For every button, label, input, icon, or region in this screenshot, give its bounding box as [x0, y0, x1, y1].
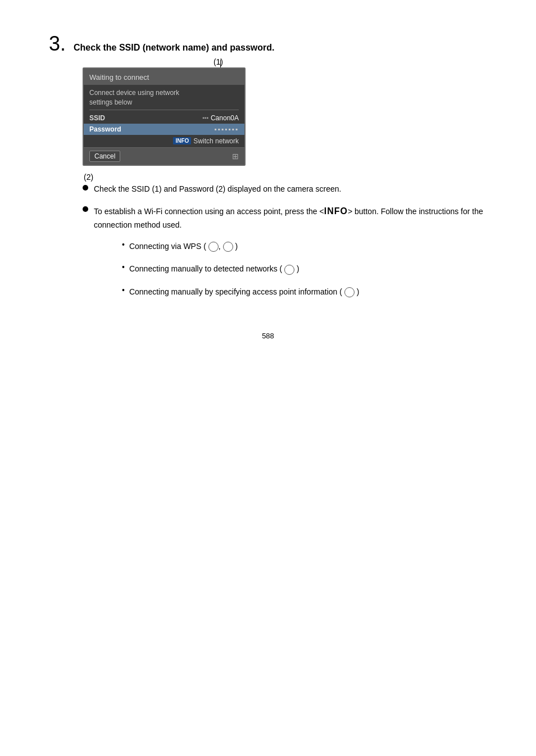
book-icon-3 [284, 265, 294, 275]
connect-text: Connect device using network settings be… [89, 88, 239, 107]
waiting-text: Waiting to connect [89, 73, 149, 82]
camera-screen: Waiting to connect Connect device using … [83, 67, 246, 166]
screen-header: Waiting to connect [84, 69, 244, 85]
bullet-item-2: To establish a Wi-Fi connection using an… [83, 204, 487, 231]
sub-bullet-dot-3: • [122, 286, 125, 295]
bullet-dot-2 [83, 206, 88, 212]
bullet-text-2: To establish a Wi-Fi connection using an… [94, 204, 487, 231]
ssid-name: Canon0A [211, 114, 239, 122]
screen-divider [89, 110, 239, 110]
sub-bullets: • Connecting via WPS ( , ) • Connecting … [122, 240, 487, 298]
sub-bullet-text-3: Connecting manually by specifying access… [129, 286, 359, 298]
ssid-value: ▪▪▪ Canon0A [202, 114, 239, 122]
page-number: 588 [49, 332, 487, 351]
step-header: 3. Check the SSID (network name) and pas… [49, 34, 487, 54]
content-section: Check the SSID (1) and Password (2) disp… [83, 183, 487, 298]
step-number: 3. [49, 34, 66, 54]
step-title: Check the SSID (network name) and passwo… [74, 43, 274, 53]
sub-bullet-text-2: Connecting manually to detected networks… [129, 262, 299, 275]
password-value: ▪▪▪▪▪▪▪ [214, 125, 239, 133]
callout-2: (2) [84, 173, 93, 182]
callout-line [220, 60, 221, 67]
screen-body: Connect device using network settings be… [84, 85, 244, 147]
sub-bullet-item-1: • Connecting via WPS ( , ) [122, 240, 487, 252]
sub-bullet-item-2: • Connecting manually to detected networ… [122, 262, 487, 275]
bullet-text-1: Check the SSID (1) and Password (2) disp… [94, 183, 341, 195]
bullet-item-1: Check the SSID (1) and Password (2) disp… [83, 183, 487, 195]
switch-network-text: Switch network [193, 137, 239, 145]
info-inline-text: INFO [324, 206, 348, 216]
info-row: INFO Switch network [89, 135, 239, 147]
info-badge: INFO [173, 137, 191, 144]
ssid-label: SSID [89, 114, 105, 122]
page: 3. Check the SSID (network name) and pas… [26, 0, 510, 374]
book-icon-2 [223, 242, 233, 252]
callout-1: (1) [214, 57, 223, 66]
sub-bullet-dot-1: • [122, 240, 125, 249]
wifi-icon: ▪▪▪ [202, 115, 208, 121]
password-label: Password [89, 125, 121, 133]
ssid-row: SSID ▪▪▪ Canon0A [89, 112, 239, 124]
sub-bullet-dot-2: • [122, 262, 125, 271]
sub-bullet-text-1: Connecting via WPS ( , ) [129, 240, 238, 252]
connect-line2: settings below [89, 98, 132, 106]
book-icon-4 [344, 287, 355, 297]
connect-line1: Connect device using network [89, 89, 179, 97]
cancel-button[interactable]: Cancel [89, 151, 120, 162]
sub-bullet-item-3: • Connecting manually by specifying acce… [122, 286, 487, 298]
book-icon-1 [208, 242, 219, 252]
screen-footer: Cancel ⊞ [84, 147, 244, 165]
bullet-dot-1 [83, 185, 88, 191]
nav-icon: ⊞ [232, 152, 239, 161]
password-row: Password ▪▪▪▪▪▪▪ [84, 124, 244, 135]
camera-screen-container: (1) Waiting to connect Connect device us… [83, 67, 246, 166]
